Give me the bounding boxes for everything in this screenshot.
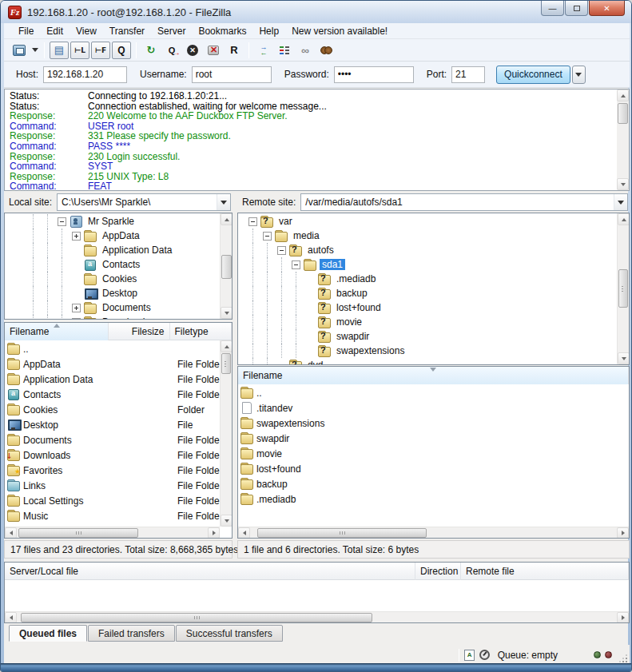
- title-bar[interactable]: Fz 192.168.1.20 - root@192.168.1.20 - Fi…: [1, 1, 631, 23]
- reconnect-button[interactable]: R: [225, 42, 244, 59]
- transfer-type-icon[interactable]: [464, 650, 475, 661]
- remote-list-hscrollbar[interactable]: [238, 527, 629, 538]
- directory-comparison-button[interactable]: →←: [254, 42, 273, 59]
- expander-plus-icon[interactable]: [72, 304, 81, 312]
- tree-item-movie[interactable]: ?movie: [238, 315, 629, 329]
- menu-item-bookmarks[interactable]: Bookmarks: [192, 24, 252, 38]
- expander-minus-icon[interactable]: [248, 217, 257, 226]
- expander-plus-icon[interactable]: [72, 232, 81, 241]
- menu-item-transfer[interactable]: Transfer: [103, 24, 151, 38]
- file-row--mediadb[interactable]: .mediadb: [238, 491, 629, 507]
- queue-hscrollbar[interactable]: [5, 611, 629, 622]
- file-row-downloads[interactable]: ↓DownloadsFile Folder: [5, 447, 220, 463]
- menu-item-new-version-available[interactable]: New version available!: [285, 24, 394, 38]
- tree-item-sda1[interactable]: sda1: [238, 257, 629, 272]
- column-header-filesize[interactable]: Filesize: [109, 323, 169, 340]
- column-header-filetype[interactable]: Filetype: [170, 323, 232, 340]
- menu-item-edit[interactable]: Edit: [40, 24, 70, 38]
- tab-successful-transfers[interactable]: Successful transfers: [176, 625, 283, 642]
- combo-dropdown-button[interactable]: [614, 194, 627, 210]
- file-row-cookies[interactable]: CookiesFolder: [5, 402, 220, 417]
- column-header-filename[interactable]: Filename: [238, 367, 629, 384]
- scroll-down-button[interactable]: [221, 515, 233, 527]
- scrollbar-thumb[interactable]: [618, 103, 628, 124]
- menu-item-server[interactable]: Server: [151, 24, 192, 38]
- port-input[interactable]: [451, 66, 485, 83]
- resize-grip[interactable]: [618, 653, 627, 662]
- menu-item-view[interactable]: View: [70, 24, 103, 38]
- tree-item-documents[interactable]: Documents: [5, 300, 232, 315]
- maximize-button[interactable]: [565, 1, 588, 16]
- toggle-remote-treeview-button[interactable]: ⊢F: [91, 42, 110, 59]
- tree-item-swapdir[interactable]: ?swapdir: [238, 329, 629, 344]
- tree-item-var[interactable]: ?var: [238, 214, 629, 229]
- disconnect-button[interactable]: [204, 42, 223, 59]
- scroll-right-button[interactable]: [617, 527, 629, 539]
- file-row-appdata[interactable]: AppDataFile Folder: [5, 356, 220, 372]
- tree-item-swapextensions[interactable]: ?swapextensions: [238, 344, 629, 358]
- local-list-hscrollbar[interactable]: [5, 527, 220, 538]
- scroll-up-button[interactable]: [221, 213, 233, 225]
- file-row-swapdir[interactable]: swapdir: [238, 431, 629, 446]
- remote-site-combobox[interactable]: /var/media/autofs/sda1: [300, 193, 628, 211]
- tree-item-mr-sparkle[interactable]: Mr Sparkle: [5, 214, 232, 229]
- menu-item-file[interactable]: File: [12, 24, 40, 38]
- scroll-right-button[interactable]: [617, 612, 629, 623]
- scroll-down-button[interactable]: [618, 352, 630, 364]
- speed-limits-icon[interactable]: [479, 650, 490, 660]
- column-header-remote-file[interactable]: Remote file: [461, 563, 629, 580]
- quickconnect-dropdown-button[interactable]: [572, 66, 586, 84]
- file-row-links[interactable]: LinksFile Folder: [5, 478, 220, 493]
- scrollbar-thumb[interactable]: [257, 528, 427, 538]
- file-row-lost-found[interactable]: lost+found: [238, 461, 629, 476]
- find-files-button[interactable]: [316, 42, 336, 59]
- filename-filters-button[interactable]: [275, 42, 294, 59]
- file-row-application-data[interactable]: Application DataFile Folder: [5, 372, 220, 387]
- file-row-movie[interactable]: movie: [238, 446, 629, 461]
- expander-plus-icon[interactable]: [72, 318, 81, 320]
- synchronized-browsing-button[interactable]: ∞: [296, 42, 315, 59]
- menu-item-help[interactable]: Help: [252, 24, 285, 38]
- close-button[interactable]: ✕: [589, 1, 625, 16]
- local-list-scrollbar[interactable]: [220, 340, 232, 527]
- password-input[interactable]: [334, 66, 414, 83]
- tree-item-downloads[interactable]: ↓Downloads: [5, 315, 232, 320]
- host-input[interactable]: [43, 66, 127, 83]
- tab-failed-transfers[interactable]: Failed transfers: [88, 625, 175, 642]
- toggle-message-log-button[interactable]: ▤: [50, 42, 69, 59]
- tree-item-backup[interactable]: ?backup: [238, 286, 629, 300]
- expander-minus-icon[interactable]: [58, 217, 66, 226]
- column-header-direction[interactable]: Direction: [415, 563, 461, 580]
- scrollbar-thumb[interactable]: [221, 255, 232, 279]
- scrollbar-thumb[interactable]: [618, 269, 628, 308]
- refresh-button[interactable]: ↻: [141, 42, 161, 59]
- expander-minus-icon[interactable]: [292, 260, 300, 269]
- tree-item-autofs[interactable]: ?autofs: [238, 243, 629, 257]
- expander-minus-icon[interactable]: [263, 232, 272, 241]
- combo-dropdown-button[interactable]: [217, 194, 230, 210]
- tree-item-dvd[interactable]: ?dvd: [238, 358, 629, 365]
- tree-item-cookies[interactable]: Cookies: [5, 272, 232, 286]
- site-manager-button[interactable]: [10, 42, 29, 59]
- remote-tree-scrollbar[interactable]: [617, 213, 629, 364]
- tree-item-lost-found[interactable]: ?lost+found: [238, 300, 629, 315]
- tree-item-desktop[interactable]: Desktop: [5, 286, 232, 300]
- tab-queued-files[interactable]: Queued files: [9, 625, 87, 642]
- scroll-left-button[interactable]: [5, 612, 17, 623]
- scroll-down-button[interactable]: [617, 178, 629, 190]
- tree-item-appdata[interactable]: AppData: [5, 229, 232, 243]
- message-log-scrollbar[interactable]: [617, 89, 629, 190]
- file-row-documents[interactable]: DocumentsFile Folder: [5, 432, 220, 447]
- column-header-filename[interactable]: Filename: [5, 323, 109, 340]
- tree-item-contacts[interactable]: Contacts: [5, 257, 232, 272]
- file-row-local-settings[interactable]: Local SettingsFile Folder: [5, 493, 220, 508]
- file-row-backup[interactable]: backup: [238, 476, 629, 491]
- process-queue-button[interactable]: Q: [162, 42, 181, 59]
- tree-item-media[interactable]: media: [238, 229, 629, 243]
- file-row--[interactable]: ..: [5, 341, 220, 356]
- scrollbar-thumb[interactable]: [221, 353, 231, 374]
- cancel-operation-button[interactable]: ✕: [183, 42, 202, 59]
- file-row-music[interactable]: MusicFile Folder: [5, 508, 220, 523]
- local-tree-scrollbar[interactable]: [220, 213, 232, 319]
- scroll-up-button[interactable]: [221, 340, 233, 352]
